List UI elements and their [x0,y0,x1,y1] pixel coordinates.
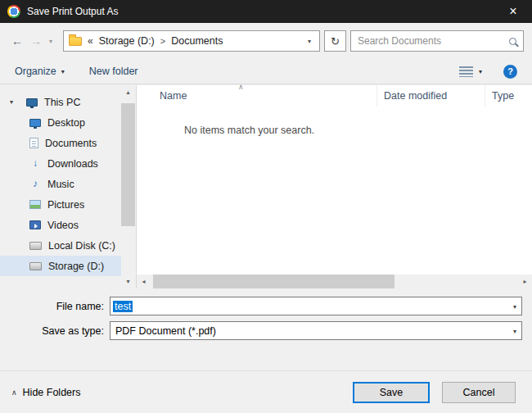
file-list-horizontal-scrollbar[interactable]: ◂ ▸ [137,275,532,288]
download-icon: ↓ [29,158,41,169]
breadcrumb-separator: > [160,36,165,46]
sidebar-item-label: Documents [45,138,97,149]
sidebar-item-music[interactable]: ♪ Music [0,174,121,194]
column-header-name[interactable]: Name [137,85,377,107]
file-name-label: File name: [0,301,110,312]
sidebar-item-this-pc[interactable]: ▾ This PC [0,92,121,112]
empty-results-message: No items match your search. [137,125,532,136]
column-header-type[interactable]: Type [485,85,532,107]
address-chevron-down-icon[interactable]: ▾ [304,38,314,45]
sidebar-item-local-disk-c[interactable]: Local Disk (C:) [0,235,121,256]
sidebar-item-label: Downloads [47,158,98,170]
title-bar: Save Print Output As × [0,0,532,23]
sidebar-item-label: This PC [44,97,80,108]
document-icon [29,138,38,148]
new-folder-label: New folder [89,66,138,77]
sidebar-item-storage-d[interactable]: Storage (D:) [0,256,121,276]
refresh-icon: ↻ [331,35,340,48]
search-box[interactable] [350,30,524,52]
desktop-icon [29,119,41,127]
organize-button[interactable]: Organize ▾ [15,66,65,77]
hide-folders-button[interactable]: ∧ Hide Folders [11,387,80,398]
back-icon[interactable]: ← [11,34,23,48]
scroll-up-icon[interactable]: ▴ [121,85,135,99]
sidebar-item-pictures[interactable]: Pictures [0,194,121,215]
scroll-right-icon[interactable]: ▸ [518,275,532,288]
content-area: ▾ This PC Desktop Documents ↓ Downloads … [0,85,532,288]
save-as-type-chevron-down-icon[interactable]: ▾ [513,328,516,335]
close-icon[interactable]: × [494,0,532,23]
filename-section: File name: test ▾ Save as type: PDF Docu… [0,288,532,370]
search-icon [509,38,516,45]
forward-icon[interactable]: → [30,34,42,48]
horizontal-scroll-thumb[interactable] [153,275,394,288]
scroll-left-icon[interactable]: ◂ [137,275,151,288]
sidebar-item-videos[interactable]: Videos [0,215,121,235]
sort-ascending-icon: ∧ [238,83,244,91]
file-name-chevron-down-icon[interactable]: ▾ [513,303,516,311]
command-toolbar: Organize ▾ New folder ▾ ? [0,59,532,84]
sidebar-item-label: Videos [47,220,79,231]
drive-icon [29,262,42,270]
view-options-icon[interactable] [459,66,473,77]
save-as-dialog: Save Print Output As × ← → ▾ « Storage (… [0,0,532,413]
sidebar-item-documents[interactable]: Documents [0,133,121,153]
scroll-down-icon[interactable]: ▾ [121,275,135,288]
vertical-scroll-thumb[interactable] [121,103,135,226]
save-as-type-select[interactable]: PDF Document (*.pdf) ▾ [110,321,522,340]
navigation-arrows: ← → ▾ [8,34,59,48]
sidebar-item-desktop[interactable]: Desktop [0,112,121,133]
breadcrumb-collapse-icon[interactable]: « [88,35,93,47]
folder-icon [69,37,82,46]
help-icon[interactable]: ? [503,65,517,79]
hide-folders-label: Hide Folders [23,387,81,398]
navigation-pane: ▾ This PC Desktop Documents ↓ Downloads … [0,85,121,288]
organize-label: Organize [15,66,56,77]
cancel-button[interactable]: Cancel [442,382,516,403]
picture-icon [29,200,41,209]
view-chevron-down-icon[interactable]: ▾ [479,68,482,75]
sidebar-item-label: Pictures [47,199,84,211]
history-chevron-down-icon[interactable]: ▾ [49,38,52,45]
breadcrumb[interactable]: « Storage (D:) > Documents ▾ [63,30,320,52]
breadcrumb-segment-drive[interactable]: Storage (D:) [99,35,155,47]
computer-icon [26,98,38,107]
save-as-type-value: PDF Document (*.pdf) [113,325,216,337]
dialog-footer: ∧ Hide Folders Save Cancel [0,370,532,413]
toolbar-right-group: ▾ ? [459,65,517,79]
video-icon [29,220,41,229]
save-as-type-label: Save as type: [0,325,110,337]
window-title: Save Print Output As [27,6,118,17]
footer-buttons: Save Cancel [353,382,516,403]
search-input[interactable] [358,35,504,47]
file-name-value: test [113,301,133,312]
hide-folders-chevron-up-icon: ∧ [11,388,17,397]
file-name-row: File name: test ▾ [0,297,532,315]
sidebar-item-downloads[interactable]: ↓ Downloads [0,153,121,174]
file-list-header: ∧ Name Date modified Type [137,85,532,107]
music-note-icon: ♪ [29,179,41,189]
file-name-input[interactable]: test ▾ [110,297,522,315]
refresh-button[interactable]: ↻ [324,30,346,52]
sidebar-item-label: Desktop [47,117,85,129]
organize-chevron-down-icon: ▾ [61,68,65,75]
new-folder-button[interactable]: New folder [89,66,138,77]
drive-icon [29,242,42,250]
sidebar-item-label: Storage (D:) [48,261,104,272]
column-header-date-modified[interactable]: Date modified [377,85,485,107]
breadcrumb-segment-folder[interactable]: Documents [171,35,223,47]
chrome-icon [7,5,20,18]
save-as-type-row: Save as type: PDF Document (*.pdf) ▾ [0,321,532,340]
sidebar-item-label: Local Disk (C:) [48,240,115,252]
sidebar-item-label: Music [47,179,74,190]
file-list: ∧ Name Date modified Type No items match… [136,85,532,288]
expander-chevron-icon[interactable]: ▾ [10,98,13,106]
sidebar-vertical-scrollbar[interactable]: ▴ ▾ [121,85,135,288]
address-row: ← → ▾ « Storage (D:) > Documents ▾ ↻ [0,23,532,59]
save-button[interactable]: Save [353,382,430,403]
